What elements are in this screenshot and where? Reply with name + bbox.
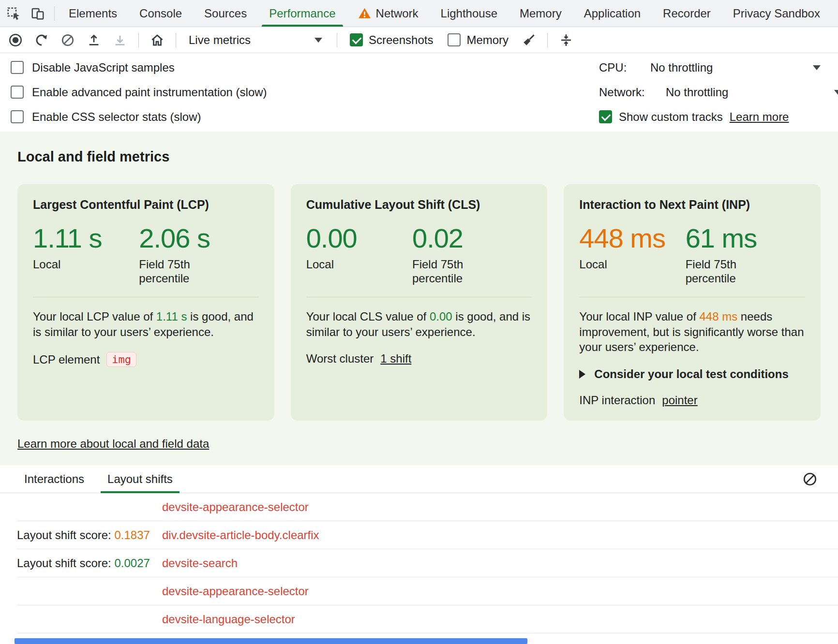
shift-element-link[interactable]: devsite-appearance-selector	[162, 500, 309, 514]
tab-label: Sources	[204, 7, 247, 20]
live-metrics-section: Local and field metrics Largest Contentf…	[0, 132, 838, 465]
inspect-element-icon[interactable]	[3, 3, 24, 24]
triangle-right-icon	[579, 370, 585, 379]
tab-label: Lighthouse	[441, 7, 497, 20]
cls-inline-value: 0.00	[430, 310, 452, 323]
tab-memory[interactable]: Memory	[509, 0, 573, 27]
log-tab-interactions[interactable]: Interactions	[24, 465, 84, 493]
card-divider	[579, 297, 805, 297]
chevron-down-icon	[314, 38, 322, 43]
checkbox-unchecked-icon	[11, 61, 24, 74]
screenshots-label: Screenshots	[369, 33, 433, 47]
network-throttling-select[interactable]: Network: No throttling	[599, 80, 838, 104]
lcp-element-label: LCP element	[33, 353, 100, 366]
worst-cluster-link[interactable]: 1 shift	[380, 352, 411, 366]
score-label: Layout shift score:	[17, 556, 114, 570]
tab-performance[interactable]: Performance	[258, 0, 346, 27]
tab-application[interactable]: Application	[573, 0, 652, 27]
setting-label: Enable CSS selector stats (slow)	[32, 110, 201, 124]
inp-card-title: Interaction to Next Paint (INP)	[579, 198, 805, 212]
shift-element-link[interactable]: devsite-search	[162, 556, 238, 570]
field-label: Field 75th percentile	[686, 257, 758, 286]
save-profile-button[interactable]	[109, 29, 131, 51]
collect-garbage-icon[interactable]	[518, 29, 539, 51]
shift-element-link[interactable]: devsite-appearance-selector	[162, 585, 309, 598]
compress-icon[interactable]	[555, 29, 577, 51]
show-custom-tracks-row: Show custom tracks Learn more	[599, 104, 838, 129]
cls-local-value: 0.00	[306, 223, 412, 253]
chevron-down-icon	[834, 90, 838, 95]
network-label: Network:	[599, 86, 666, 99]
shift-element-link[interactable]: devsite-language-selector	[162, 613, 295, 626]
devtools-window: ElementsConsoleSourcesPerformanceNetwork…	[0, 0, 838, 644]
lcp-element-chip[interactable]: img	[106, 352, 136, 367]
screenshots-checkbox[interactable]: Screenshots	[345, 33, 438, 47]
checkbox-checked-icon[interactable]	[599, 110, 612, 123]
tab-network[interactable]: Network	[347, 0, 430, 27]
lcp-field-value: 2.06 s	[139, 223, 211, 253]
record-button[interactable]	[5, 29, 26, 51]
log-rows: devsite-appearance-selectorLayout shift …	[0, 493, 838, 644]
inp-description: Your local INP value of 448 ms needs imp…	[579, 309, 805, 355]
tab-console[interactable]: Console	[128, 0, 193, 27]
toolbar-divider	[54, 6, 55, 21]
tab-label: Recorder	[663, 7, 711, 20]
layout-shift-row: devsite-appearance-selector	[17, 493, 838, 521]
learn-more-local-field-link[interactable]: Learn more about local and field data	[17, 437, 209, 451]
layout-shift-row: Layout shift score: 0.0027devsite-search	[17, 549, 838, 577]
memory-label: Memory	[466, 33, 509, 47]
clear-log-icon[interactable]	[799, 468, 821, 490]
tab-recorder[interactable]: Recorder	[652, 0, 722, 27]
layout-shift-row: devsite-language-selector	[17, 605, 838, 633]
tab-sources[interactable]: Sources	[193, 0, 258, 27]
layout-shift-score: Layout shift score: 0.0027	[17, 556, 162, 570]
clear-button[interactable]	[57, 29, 78, 51]
checkbox-unchecked-icon	[448, 33, 461, 46]
horizontal-scrollbar-thumb[interactable]	[15, 638, 527, 644]
cls-field-value: 0.02	[412, 223, 485, 253]
inp-interaction-link[interactable]: pointer	[662, 394, 697, 407]
tab-elements[interactable]: Elements	[58, 0, 128, 27]
tab-label: Elements	[69, 7, 117, 20]
lcp-local-value: 1.11 s	[33, 223, 139, 253]
device-toolbar-icon[interactable]	[27, 3, 48, 24]
field-label: Field 75th percentile	[139, 257, 211, 286]
show-custom-tracks-label: Show custom tracks	[619, 110, 723, 124]
history-dropdown[interactable]: Live metrics	[184, 29, 329, 51]
log-tabbar: InteractionsLayout shifts	[0, 465, 838, 493]
cls-description: Your local CLS value of 0.00 is good, an…	[306, 309, 532, 339]
local-label: Local	[579, 257, 652, 271]
lcp-inline-value: 1.11 s	[156, 310, 187, 323]
score-value: 0.0027	[114, 556, 150, 570]
setting-label: Enable advanced paint instrumentation (s…	[32, 86, 267, 99]
tab-label: Privacy Sandbox	[733, 7, 820, 20]
toolbar-divider	[547, 33, 548, 47]
warning-icon	[358, 7, 371, 20]
history-dropdown-value: Live metrics	[189, 33, 251, 47]
setting-label: Disable JavaScript samples	[32, 61, 175, 74]
memory-checkbox[interactable]: Memory	[443, 33, 513, 47]
tab-privacy-sandbox[interactable]: Privacy Sandbox	[722, 0, 831, 27]
shift-element-link[interactable]: div.devsite-article-body.clearfix	[162, 528, 319, 542]
record-and-reload-button[interactable]	[31, 29, 52, 51]
local-test-conditions-expander[interactable]: Consider your local test conditions	[579, 367, 805, 381]
live-metrics-home-button[interactable]	[147, 29, 168, 51]
throttling-settings: CPU: No throttling Network: No throttlin…	[599, 55, 838, 129]
learn-more-link[interactable]: Learn more	[730, 110, 789, 124]
cpu-throttling-select[interactable]: CPU: No throttling	[599, 55, 838, 80]
log-tab-layout-shifts[interactable]: Layout shifts	[107, 465, 173, 493]
inp-inline-value: 448 ms	[700, 310, 738, 323]
load-profile-button[interactable]	[83, 29, 105, 51]
toolbar-divider	[176, 33, 176, 47]
checkbox-unchecked-icon	[11, 110, 24, 123]
layout-shift-row: Layout shift score: 0.1837div.devsite-ar…	[17, 521, 838, 549]
tab-label: Application	[584, 7, 641, 20]
toolbar-divider	[337, 33, 337, 47]
capture-settings: Disable JavaScript samples Enable advanc…	[0, 53, 838, 132]
expander-label: Consider your local test conditions	[594, 367, 788, 381]
metrics-heading: Local and field metrics	[17, 149, 821, 165]
panel-tabs: ElementsConsoleSourcesPerformanceNetwork…	[58, 0, 831, 27]
score-label: Layout shift score:	[17, 528, 114, 542]
tab-lighthouse[interactable]: Lighthouse	[430, 0, 509, 27]
checkbox-unchecked-icon	[11, 86, 24, 99]
